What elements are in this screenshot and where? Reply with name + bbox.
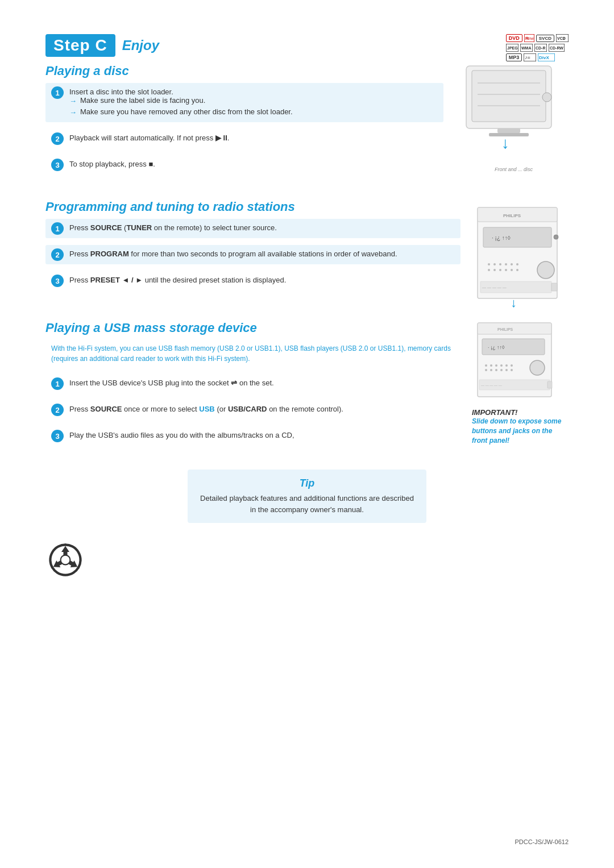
usb-step-3-content: Play the USB's audio files as you do wit… [69, 430, 455, 439]
svg-text:↓: ↓ [501, 134, 509, 152]
svg-point-35 [488, 263, 490, 265]
step-enjoy-label: Enjoy [122, 38, 159, 53]
svg-text:CD-R: CD-R [536, 46, 546, 50]
svg-point-41 [488, 269, 490, 271]
recycle-area [45, 540, 569, 580]
disc-step-3: 3 To stop playback, press ■. [45, 155, 443, 175]
disc-step-num-2: 2 [51, 132, 64, 145]
disc-bullet-1: → Make sure the label side is facing you… [69, 96, 438, 106]
radio-step-3-content: Press PRESET ◄ / ► until the desired pre… [69, 275, 455, 284]
svg-point-66 [505, 369, 508, 371]
usb-step-1-content: Insert the USB device's USB plug into th… [69, 377, 455, 387]
playing-disc-section: Playing a disc 1 Insert a disc into the … [45, 60, 569, 187]
radio-step-3: 3 Press PRESET ◄ / ► until the desired p… [45, 271, 460, 290]
hifi-illustration: PHILIPS · ¡¿ ↑↑◊ [472, 196, 563, 310]
svg-point-57 [490, 364, 492, 367]
usb-step-2: 2 Press SOURCE once or more to select US… [45, 400, 460, 420]
important-box: IMPORTANT! Slide down to expose some but… [472, 408, 563, 445]
disc-step-1-content: Insert a disc into the slot loader. → Ma… [69, 86, 438, 119]
svg-point-65 [500, 369, 503, 371]
disc-step-2-content: Playback will start automatically. If no… [69, 132, 438, 142]
usb-section: Playing a USB mass storage device With t… [45, 317, 569, 452]
recycle-icon [45, 540, 85, 580]
badge-2-4: CD-RW [549, 44, 565, 52]
disc-step-num-3: 3 [51, 159, 64, 171]
svg-point-61 [511, 364, 513, 367]
svg-text:PHILIPS: PHILIPS [497, 327, 513, 331]
svg-point-58 [495, 364, 497, 367]
disc-step-3-content: To stop playback, press ■. [69, 159, 438, 168]
format-badges: DVD R RW SVCD VCD 2 JPEG WMA [506, 34, 569, 61]
svg-rect-25 [497, 128, 520, 133]
radio-step-num-1: 1 [51, 222, 64, 235]
svg-point-64 [495, 369, 497, 371]
music-badge: ♪= [524, 53, 536, 61]
usb-step-num-2: 2 [51, 404, 64, 416]
svg-text:PHILIPS: PHILIPS [503, 213, 521, 218]
tv-illustration: Front and ... disc ↓ [455, 60, 563, 185]
radio-step-2: 2 Press PROGRAM for more than two second… [45, 245, 460, 264]
disc-step-1-bullets: → Make sure the label side is facing you… [69, 96, 438, 118]
step-header: Step C Enjoy [45, 34, 569, 57]
disc-bullet-1-text: Make sure the label side is facing you. [80, 96, 205, 105]
badge-2-1: JPEG [506, 44, 518, 52]
svg-point-42 [493, 269, 496, 271]
disc-step-1: 1 Insert a disc into the slot loader. → … [45, 83, 443, 122]
badge-2-3: CD-R [534, 44, 547, 52]
disc-bullet-2-text: Make sure you have removed any other dis… [80, 107, 293, 116]
arrow-icon-2: → [69, 107, 77, 118]
svg-text:· ¡¿ ↑↑◊: · ¡¿ ↑↑◊ [492, 235, 511, 241]
usb-step-1: 1 Insert the USB device's USB plug into … [45, 374, 460, 393]
disc-step-1-line1: Insert a disc into the slot loader. [69, 88, 438, 96]
footer-code: PDCC-JS/JW-0612 [515, 838, 569, 845]
svg-point-39 [511, 263, 513, 265]
radio-title: Programming and tuning to radio stations [45, 200, 460, 214]
disc-left-content: Playing a disc 1 Insert a disc into the … [45, 60, 443, 181]
svg-text:Front and ... disc: Front and ... disc [495, 167, 533, 172]
disc-step-num-1: 1 [51, 86, 64, 99]
radio-step-2-content: Press PROGRAM for more than two seconds … [69, 248, 455, 258]
svg-point-59 [500, 364, 503, 367]
usb-step-3: 3 Play the USB's audio files as you do w… [45, 426, 460, 446]
svg-text:— — — — —: — — — — — [482, 285, 507, 289]
badge-2-2: WMA [520, 44, 533, 52]
svg-point-45 [511, 269, 513, 271]
main-page: DVD R RW SVCD VCD 2 JPEG WMA [0, 0, 614, 868]
usb-left-content: Playing a USB mass storage device With t… [45, 317, 460, 452]
svg-text:2: 2 [563, 36, 565, 40]
svg-text:— — — — —: — — — — — [481, 384, 502, 387]
radio-step-num-3: 3 [51, 275, 64, 287]
usb-step-num-3: 3 [51, 430, 64, 442]
svg-point-44 [505, 269, 507, 271]
svg-rect-52 [478, 323, 551, 334]
svg-point-36 [493, 263, 496, 265]
radio-section: Programming and tuning to radio stations… [45, 196, 569, 312]
usb-title: Playing a USB mass storage device [45, 321, 460, 335]
important-label: IMPORTANT! [472, 408, 563, 417]
svg-rect-49 [551, 283, 557, 291]
svcd-badge: SVCD [536, 35, 554, 42]
badge-row-1: DVD R RW SVCD VCD 2 [506, 34, 569, 42]
hifi-illustration-area: PHILIPS · ¡¿ ↑↑◊ [472, 196, 569, 312]
svg-point-46 [516, 269, 518, 271]
disc-step-2: 2 Playback will start automatically. If … [45, 129, 443, 148]
disc-bullet-2: → Make sure you have removed any other d… [69, 107, 438, 118]
svg-rect-71 [547, 381, 552, 388]
usb-right-content: PHILIPS · ¡¿ ↑↑◊ [472, 317, 569, 445]
svg-point-38 [505, 263, 507, 265]
arrow-icon-1: → [69, 96, 77, 106]
svg-point-72 [61, 555, 70, 565]
divx-badge: DivX [538, 53, 555, 61]
svg-text:♪=: ♪= [525, 55, 530, 60]
svg-point-63 [490, 369, 492, 371]
radio-step-num-2: 2 [51, 248, 64, 261]
radio-step-1: 1 Press SOURCE (TUNER on the remote) to … [45, 219, 460, 238]
svg-point-43 [499, 269, 501, 271]
svg-point-68 [530, 360, 545, 375]
tip-text: Detailed playback features and additiona… [199, 493, 415, 515]
svg-point-37 [499, 263, 501, 265]
vcd-badge: VCD 2 [556, 34, 569, 42]
dvd-badge: DVD [506, 34, 522, 42]
svg-point-34 [537, 261, 554, 279]
radio-left-content: Programming and tuning to radio stations… [45, 196, 460, 297]
